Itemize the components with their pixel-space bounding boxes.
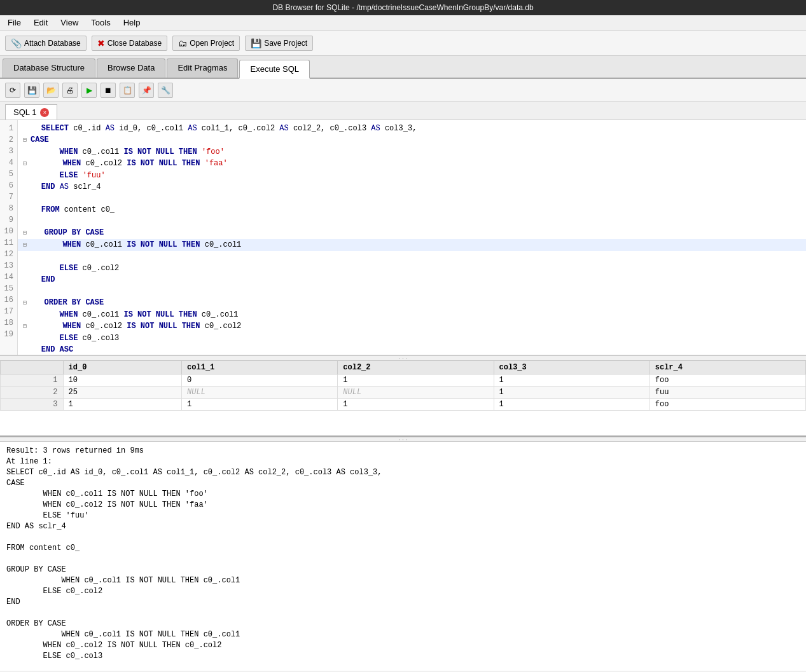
col-header-col11[interactable]: col1_1 — [182, 361, 338, 374]
table-row: 2 25 NULL NULL 1 fuu — [1, 387, 806, 399]
cell-col22: 1 — [338, 399, 494, 411]
cell-col33: 1 — [494, 399, 650, 411]
results-table: id_0 col1_1 col2_2 col3_3 sclr_4 1 10 0 … — [0, 360, 806, 411]
attach-database-label: Attach Database — [24, 39, 81, 48]
tab-browse-data[interactable]: Browse Data — [97, 58, 165, 78]
menu-tools[interactable]: Tools — [86, 17, 115, 29]
scroll-divider: · · · — [0, 355, 806, 360]
log-area: Result: 3 rows returned in 9msAt line 1:… — [0, 442, 806, 671]
cell-col11-null: NULL — [182, 387, 338, 399]
open-project-icon: 🗂 — [178, 38, 187, 48]
cell-sclr4: fuu — [650, 387, 805, 399]
sql-tab-label: SQL 1 × — [5, 104, 57, 120]
col-header-col22[interactable]: col2_2 — [338, 361, 494, 374]
scroll-divider-2: · · · — [0, 437, 806, 442]
close-database-label: Close Database — [108, 39, 162, 48]
close-db-icon: ✖ — [97, 38, 105, 48]
tab-database-structure[interactable]: Database Structure — [3, 58, 95, 78]
line-numbers: 12345 678910 1112131415 16171819 — [0, 120, 18, 355]
attach-database-button[interactable]: 📎 Attach Database — [5, 36, 87, 51]
cell-sclr4: foo — [650, 399, 805, 411]
close-database-button[interactable]: ✖ Close Database — [92, 36, 167, 51]
sql-stop-button[interactable]: ⏹ — [101, 83, 116, 98]
open-project-label: Open Project — [190, 39, 234, 48]
cell-col33: 1 — [494, 387, 650, 399]
title-bar: DB Browser for SQLite - /tmp/doctrineIss… — [0, 0, 806, 15]
menu-file[interactable]: File — [3, 17, 26, 29]
sql-tab-close-button[interactable]: × — [40, 108, 49, 117]
row-num: 1 — [1, 374, 64, 387]
sql-refresh-button[interactable]: ⟳ — [5, 83, 20, 98]
log-text: Result: 3 rows returned in 9msAt line 1:… — [6, 446, 800, 662]
cell-id0: 25 — [63, 387, 182, 399]
save-project-button[interactable]: 💾 Save Project — [245, 36, 313, 51]
menu-edit[interactable]: Edit — [29, 17, 53, 29]
sql-run-button[interactable]: ▶ — [81, 83, 97, 98]
col-header-id0[interactable]: id_0 — [63, 361, 182, 374]
cell-col22-null: NULL — [338, 387, 494, 399]
sql-open-button[interactable]: 📂 — [43, 83, 59, 98]
row-num: 2 — [1, 387, 64, 399]
attach-icon: 📎 — [11, 38, 22, 48]
cell-col33: 1 — [494, 374, 650, 387]
table-row: 3 1 1 1 1 foo — [1, 399, 806, 411]
cell-col11: 0 — [182, 374, 338, 387]
main-toolbar: 📎 Attach Database ✖ Close Database 🗂 Ope… — [0, 31, 806, 56]
main-content: ⟳ 💾 📂 🖨 ▶ ⏹ 📋 📌 🔧 SQL 1 × 12345 678910 1… — [0, 79, 806, 671]
menu-view[interactable]: View — [55, 17, 83, 29]
open-project-button[interactable]: 🗂 Open Project — [172, 36, 240, 51]
col-header-sclr4[interactable]: sclr_4 — [650, 361, 805, 374]
save-project-label: Save Project — [264, 39, 307, 48]
main-tabs: Database Structure Browse Data Edit Prag… — [0, 56, 806, 79]
cell-sclr4: foo — [650, 374, 805, 387]
save-project-icon: 💾 — [251, 38, 261, 48]
tab-edit-pragmas[interactable]: Edit Pragmas — [167, 58, 238, 78]
row-num: 3 — [1, 399, 64, 411]
tab-execute-sql[interactable]: Execute SQL — [239, 60, 310, 79]
sql-code[interactable]: SELECT c0_.id AS id_0, c0_.col1 AS col1_… — [18, 120, 806, 355]
col-header-col33[interactable]: col3_3 — [494, 361, 650, 374]
sql-tab-name: SQL 1 — [13, 107, 36, 117]
code-editor[interactable]: 12345 678910 1112131415 16171819 SELECT … — [0, 120, 806, 355]
sql-paste-button[interactable]: 📌 — [139, 83, 154, 98]
sql-copy-button[interactable]: 📋 — [120, 83, 135, 98]
menu-bar: File Edit View Tools Help — [0, 15, 806, 31]
cell-id0: 1 — [63, 399, 182, 411]
sql-print-button[interactable]: 🖨 — [62, 83, 78, 98]
cell-col11: 1 — [182, 399, 338, 411]
title-text: DB Browser for SQLite - /tmp/doctrineIss… — [272, 3, 533, 12]
sql-tab-header: SQL 1 × — [0, 102, 806, 120]
cell-col22: 1 — [338, 374, 494, 387]
col-header-rownum — [1, 361, 64, 374]
menu-help[interactable]: Help — [118, 17, 146, 29]
sql-tool-button[interactable]: 🔧 — [158, 83, 173, 98]
cell-id0: 10 — [63, 374, 182, 387]
table-row: 1 10 0 1 1 foo — [1, 374, 806, 387]
sql-save-button[interactable]: 💾 — [24, 83, 39, 98]
results-container[interactable]: id_0 col1_1 col2_2 col3_3 sclr_4 1 10 0 … — [0, 360, 806, 437]
sql-toolbar: ⟳ 💾 📂 🖨 ▶ ⏹ 📋 📌 🔧 — [0, 79, 806, 102]
